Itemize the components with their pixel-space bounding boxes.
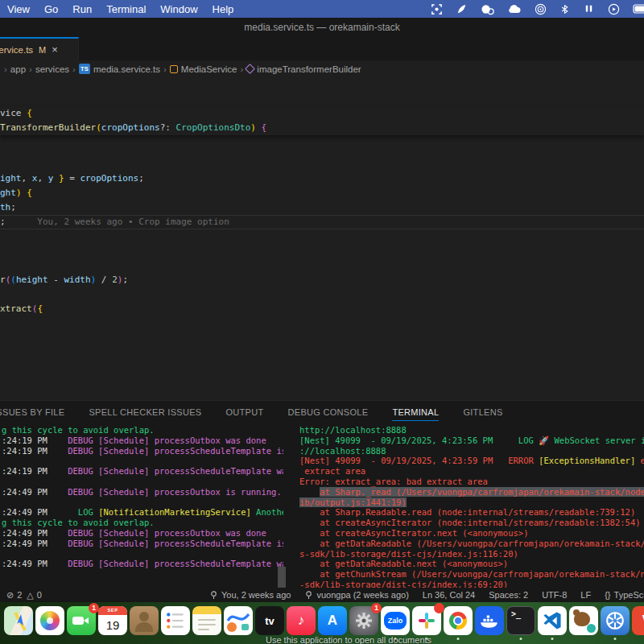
dock-chrome[interactable] [444,606,473,635]
dock-zalo[interactable]: Zalo [381,606,410,635]
dock-maps[interactable] [4,606,33,635]
text-line: at Sharp.Readable.read (node:internal/st… [299,507,644,518]
terminal-pane-right[interactable]: http://localhost:8888[Nest] 49099 - 09/1… [299,425,644,588]
battery-icon[interactable] [633,4,644,14]
panel-tab-gitlens[interactable]: GITLENS [463,403,502,420]
dock-app-store[interactable]: A [318,606,347,635]
menu-view[interactable]: View [0,3,37,15]
screen-capture-icon[interactable] [431,3,443,15]
panel-tab-terminal[interactable]: TERMINAL [392,403,439,421]
dock-terminal[interactable]: >_ [506,606,535,635]
text-line: at getDataReadable.next (<anonymous>) [299,559,644,569]
text-line: :24:19 PM DEBUG [Schedule] processSchedu… [2,446,283,456]
dock-calendar[interactable]: SEP 19 [98,606,127,635]
chrome-logo-icon [449,612,467,630]
tv-label: tv [265,615,275,627]
text-line [0,287,644,302]
text-line [2,456,283,466]
panel-tab-spell-checker-issues[interactable]: SPELL CHECKER ISSUES [89,403,201,420]
close-icon[interactable]: × [52,44,58,55]
text-line: th; [0,200,644,215]
squiggle-icon [224,606,253,635]
commit-icon [209,590,218,600]
breadcrumb-media-service-ts[interactable]: TSmedia.service.ts [79,64,160,74]
text-line: :24:19 PM DEBUG [Schedule] processOutbox… [2,436,283,446]
breadcrumb-label: MediaService [181,64,237,74]
terminal-pane-left[interactable]: g this cycle to avoid overlap.:24:19 PM … [2,425,283,588]
terminal-view[interactable]: g this cycle to avoid overlap.:24:19 PM … [0,425,644,588]
time-badge-icon[interactable] [481,3,494,15]
text-line: at createAsyncIterator.next (<anonymous>… [299,528,644,539]
menu-help[interactable]: Help [205,3,242,15]
dock-vscode[interactable] [538,606,567,635]
dock-v-app[interactable]: V [632,606,644,635]
breadcrumb-services[interactable]: services [35,64,69,74]
text-line: r((height - width) / 2); [0,273,644,287]
terminal-scrollbar[interactable] [278,567,286,588]
menu-window[interactable]: Window [153,3,204,15]
text-line: [Nest] 49099 - 09/19/2025, 4:23:56 PM LO… [299,436,644,446]
dock-facetime[interactable]: 1 [67,606,96,635]
text-line [2,549,283,559]
text-line: :24:19 PM DEBUG [Schedule] processSchedu… [2,466,283,477]
text-line: extract area [299,466,644,477]
dock-apple-tv[interactable]: tv [255,606,284,635]
dock-docker[interactable] [475,606,504,635]
text-line: Error: extract_area: bad extract area [299,477,644,487]
breadcrumb-imagetransformerbuilder[interactable]: imageTransformerBuilder [246,64,361,74]
dock-dbeaver[interactable] [569,606,598,635]
dock-music[interactable]: ♪ [287,606,316,635]
cursor-position[interactable]: Ln 36, Col 24 [423,590,475,600]
dock-notes[interactable] [192,606,221,635]
bluetooth-icon[interactable] [559,3,570,15]
tab-label: media.service.ts [0,45,33,55]
menu-go[interactable]: Go [37,3,65,15]
panel-tab-output[interactable]: OUTPUT [225,403,263,420]
dock-aperture-app[interactable] [601,606,630,635]
menu-run[interactable]: Run [65,3,99,15]
play-circle-icon[interactable] [608,3,620,15]
vscode-titlebar[interactable]: media.service.ts — orekamain-stack [0,18,644,37]
text-line: -sdk/lib-storage/dist-cjs/index.js:69:20… [299,580,644,588]
dock-system-settings[interactable]: 1 [349,606,378,635]
breadcrumb: ›app›services›TSmedia.service.ts›MediaSe… [0,60,644,77]
blame-status[interactable]: You, 2 weeks ago [209,590,291,600]
eol-sequence[interactable]: LF [580,590,591,600]
feather-icon[interactable] [456,3,468,15]
breadcrumb-mediaservice[interactable]: MediaService [170,64,237,74]
dock-photos[interactable] [35,606,64,635]
dock-reminders[interactable] [161,606,190,635]
panel-tab-debug-console[interactable]: DEBUG CONSOLE [288,403,369,420]
problems-warnings[interactable]: △ 0 [27,590,42,600]
zalo-bubble: Zalo [384,612,407,630]
indentation[interactable]: Spaces: 2 [489,590,528,600]
cloud-icon[interactable] [507,4,522,14]
breadcrumb-app[interactable]: app [10,64,26,74]
code-editor[interactable]: vice {TransformerBuilder(cropOptions?: C… [0,77,644,400]
problems-errors[interactable]: ⊘ 2 [6,590,22,600]
text-line: at getChunkStream (/Users/vuongpa/carfro… [299,569,644,580]
breadcrumb-label: services [35,64,69,74]
dock-freeform[interactable] [224,606,253,635]
sticky-scroll[interactable]: vice {TransformerBuilder(cropOptions?: C… [0,106,644,135]
committer-status[interactable]: vuongpa (2 weeks ago) [304,590,408,600]
text-line: g this cycle to avoid overlap. [2,425,283,436]
code-lines[interactable]: ight, x, y } = cropOptions;ght) {th;; Yo… [0,164,644,316]
dock-slack[interactable] [412,606,441,635]
panel-tab-issues-by-file[interactable]: ISSUES BY FILE [0,403,64,420]
docker-whale-icon [479,613,500,629]
dock-contacts[interactable] [130,606,159,635]
tab-media-service[interactable]: media.service.ts M × [0,37,79,60]
text-line: at createAsyncIterator (node:internal/st… [299,518,644,528]
blame-text: You, 2 weeks ago [221,590,291,600]
menu-terminal[interactable]: Terminal [99,3,153,15]
broadcast-icon[interactable] [535,3,547,15]
breadcrumb-label: imageTransformerBuilder [257,64,361,74]
text-line: :24:49 PM DEBUG [Schedule] processOutbox… [2,528,283,539]
text-line [0,258,644,273]
airpods-icon[interactable] [583,3,595,15]
language-mode[interactable]: {} TypeScript [605,590,644,600]
person-icon [139,612,149,621]
encoding[interactable]: UTF-8 [542,590,567,600]
text-line: s-sdk/lib-storage/dist-cjs/index.js:116:… [299,549,644,559]
